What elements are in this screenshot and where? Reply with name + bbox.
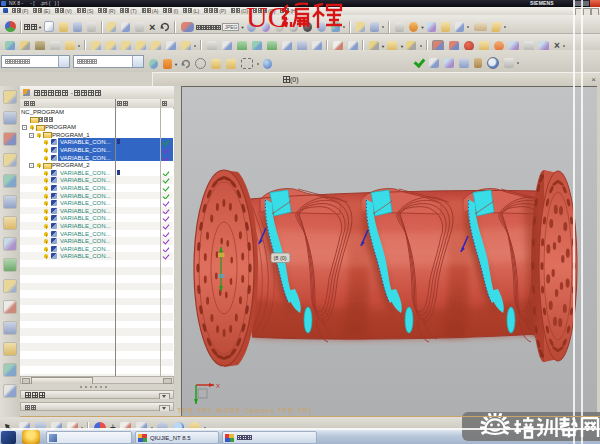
- svg-text:(8 (0): (8 (0): [274, 255, 287, 261]
- svg-text:X: X: [216, 383, 220, 389]
